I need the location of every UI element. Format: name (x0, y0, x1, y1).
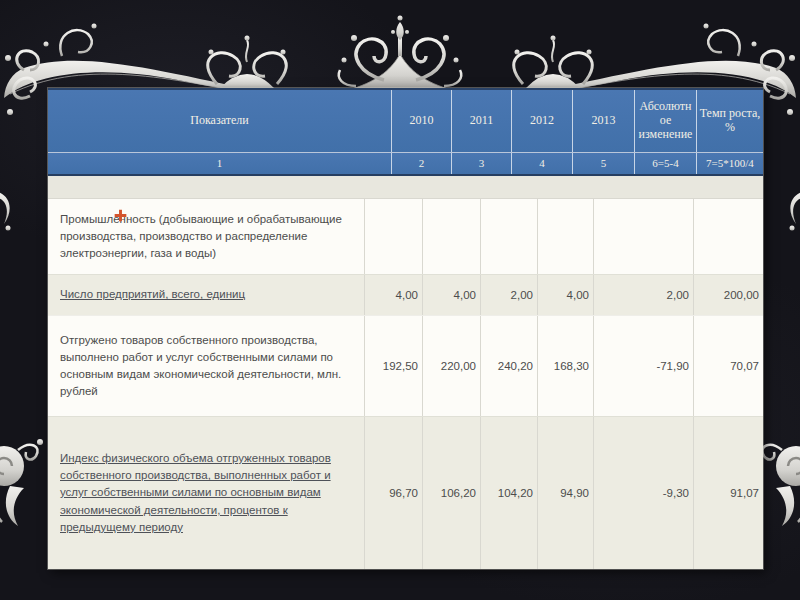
column-number: 6=5-4 (635, 153, 697, 174)
value-cell: 94,90 (538, 417, 594, 569)
header-cell-2012: 2012 (512, 90, 573, 152)
table-row-enterprise-count: Число предприятий, всего, единиц 4,00 4,… (48, 274, 763, 315)
indicator-cell: Индекс физического объема отгруженных то… (48, 417, 365, 569)
value-cell: 2,00 (481, 275, 538, 315)
header-cell-2011: 2011 (452, 90, 512, 152)
column-number: 7=5*100/4 (697, 153, 763, 174)
value-cell: -9,30 (594, 417, 694, 569)
value-cell (365, 199, 423, 274)
column-number-row: 1 2 3 4 5 6=5-4 7=5*100/4 (48, 152, 763, 176)
value-cell: 192,50 (365, 316, 423, 416)
value-cell (538, 199, 594, 274)
header-cell-indicators: Показатели (48, 90, 392, 152)
value-cell (594, 199, 694, 274)
value-cell: 91,07 (694, 417, 763, 569)
header-cell-2010: 2010 (392, 90, 452, 152)
column-number: 3 (452, 153, 512, 174)
indicator-cell: Промышленность (добывающие и обрабатываю… (48, 199, 365, 274)
column-number: 2 (392, 153, 452, 174)
value-cell (423, 199, 481, 274)
value-cell: -71,90 (594, 316, 694, 416)
value-cell: 104,20 (481, 417, 538, 569)
header-cell-growth-rate: Темп роста, % (697, 90, 763, 152)
value-cell: 106,20 (423, 417, 481, 569)
value-cell: 220,00 (423, 316, 481, 416)
value-cell: 168,30 (538, 316, 594, 416)
column-number: 5 (573, 153, 635, 174)
pointer-marker-icon (114, 209, 127, 222)
value-cell: 70,07 (694, 316, 763, 416)
header-cell-absolute-change: Абсолютное изменение (635, 90, 697, 152)
value-cell: 240,20 (481, 316, 538, 416)
table-row-shipped-goods: Отгружено товаров собственного производс… (48, 315, 763, 416)
value-cell: 4,00 (538, 275, 594, 315)
column-number: 1 (48, 153, 392, 174)
value-cell: 96,70 (365, 417, 423, 569)
statistics-table: Показатели 2010 2011 2012 2013 Абсолютно… (48, 88, 763, 569)
indicator-cell: Число предприятий, всего, единиц (48, 275, 365, 315)
table-row-industry: Промышленность (добывающие и обрабатываю… (48, 199, 763, 274)
presentation-slide: Показатели 2010 2011 2012 2013 Абсолютно… (0, 0, 800, 600)
value-cell: 2,00 (594, 275, 694, 315)
value-cell: 4,00 (365, 275, 423, 315)
table-header-row: Показатели 2010 2011 2012 2013 Абсолютно… (48, 88, 763, 152)
value-cell: 200,00 (694, 275, 763, 315)
value-cell (481, 199, 538, 274)
empty-spacer-row (48, 176, 763, 199)
value-cell (694, 199, 763, 274)
indicator-cell: Отгружено товаров собственного производс… (48, 316, 365, 416)
column-number: 4 (512, 153, 573, 174)
header-cell-2013: 2013 (573, 90, 635, 152)
table-row-physical-volume-index: Индекс физического объема отгруженных то… (48, 416, 763, 569)
value-cell: 4,00 (423, 275, 481, 315)
